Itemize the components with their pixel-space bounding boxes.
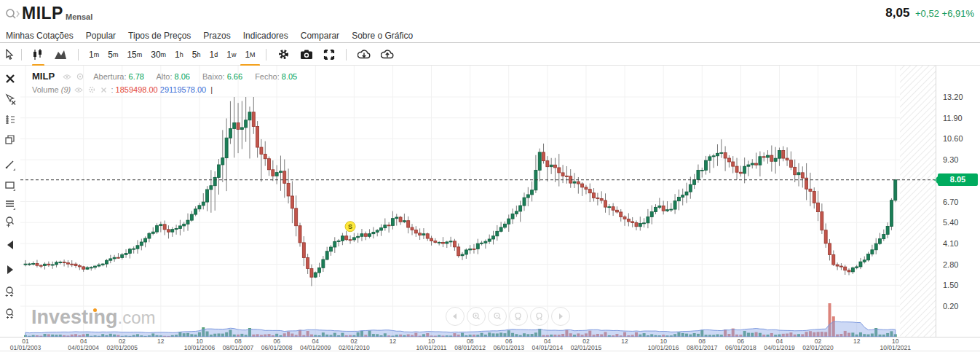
price-axis-border: [936, 66, 936, 351]
current-price-badge: 8.05: [938, 173, 978, 186]
volume-ma-value: 29119578.00: [160, 85, 206, 94]
shape-tool-icon[interactable]: [4, 179, 17, 192]
series-settings-icon[interactable]: [76, 73, 84, 82]
time-tick-label: 0808/01/2017: [687, 338, 718, 351]
volume-value: 1859498.00: [116, 85, 158, 94]
time-tick-label: 0202/01/2010: [339, 338, 370, 351]
price-tick-label: 6.70: [943, 198, 958, 206]
drawing-tool-rail: [0, 66, 20, 337]
menu-item-prazos[interactable]: Prazos: [203, 31, 230, 41]
zoom-plus-icon[interactable]: [4, 308, 17, 320]
time-tick-label: 0606/01/2008: [261, 338, 293, 351]
zoom-range-icon[interactable]: [4, 286, 17, 298]
pan-right-icon[interactable]: [4, 264, 17, 276]
chart-nav-buttons: [446, 307, 572, 326]
remove-indicator-icon[interactable]: [100, 86, 107, 95]
time-tick-label: 12: [157, 338, 164, 345]
nav-pan-left-button[interactable]: [446, 307, 465, 326]
price-axis[interactable]: 13.2011.9010.609.306.705.404.102.801.500…: [936, 66, 980, 337]
eye-icon[interactable]: [63, 73, 71, 82]
timeframe-button-1w[interactable]: 1w: [222, 46, 240, 63]
time-tick-label: 0808/01/2012: [454, 338, 486, 351]
eye-icon[interactable]: [74, 86, 83, 95]
cloud-upload-icon[interactable]: [381, 46, 394, 63]
time-tick-label: 12: [621, 338, 628, 345]
nav-zoom-in-button[interactable]: [467, 307, 486, 326]
time-tick-label: 1010/01/2006: [184, 338, 216, 351]
time-tick-label: 0404/01/2004: [68, 338, 99, 351]
menu-item-indicadores[interactable]: Indicadores: [243, 31, 288, 41]
price-change: +0,52: [915, 8, 939, 19]
time-tick-label: 0606/01/2018: [725, 338, 756, 351]
clone-icon[interactable]: [4, 134, 17, 147]
timeframe-button-1h[interactable]: 1h: [170, 46, 188, 63]
delete-cursor-icon[interactable]: [4, 93, 17, 106]
chart-toolbar: 1m5m15m30m1h5h1d1w1M: [0, 44, 980, 66]
close-value: 8.05: [282, 72, 297, 81]
price-change-percent: +6,91%: [942, 8, 974, 19]
nav-zoom-plus-button[interactable]: [530, 307, 549, 326]
svg-text:S: S: [348, 223, 352, 230]
timeframe-button-1d[interactable]: 1d: [205, 46, 223, 63]
time-tick-label: 0606/01/2013: [493, 338, 524, 351]
measure-icon[interactable]: [4, 114, 17, 126]
time-tick-label: 0808/01/2007: [223, 338, 254, 351]
search-icon[interactable]: [5, 8, 20, 24]
fullscreen-icon[interactable]: [323, 46, 335, 63]
candles: [24, 97, 897, 286]
pan-left-icon[interactable]: [4, 239, 17, 251]
time-tick-label: 12: [853, 338, 860, 345]
time-axis[interactable]: 0101/01/20030404/01/20040202/01/20051210…: [0, 337, 980, 355]
menu-item-tipos-de-pre-os[interactable]: Tipos de Preços: [128, 31, 191, 41]
toolbar-separator: [346, 49, 347, 61]
close-icon[interactable]: [4, 73, 17, 85]
nav-pan-right-button[interactable]: [551, 307, 570, 326]
timeframe-button-1m[interactable]: 1m: [84, 46, 103, 63]
price-tick-label: 4.10: [943, 239, 958, 248]
symbol-title: MILP: [22, 4, 63, 23]
gridlines: [20, 66, 936, 337]
indicator-settings-icon[interactable]: [88, 86, 95, 95]
future-hatch-region: [900, 66, 936, 337]
timeframe-button-30m[interactable]: 30m: [146, 46, 170, 63]
timeframe-button-15m[interactable]: 15m: [122, 46, 146, 63]
chart-plot-area[interactable]: S MILP Abertura: 6.78 Alto: 8.06 Baixo: …: [20, 66, 936, 337]
timeframe-button-5m[interactable]: 5m: [103, 46, 122, 63]
high-pair: Alto: 8.06: [156, 72, 190, 81]
time-tick-label: 0404/01/2019: [764, 338, 795, 351]
cloud-download-icon[interactable]: [357, 46, 371, 63]
time-tick-label: 1010/01/2016: [648, 338, 679, 351]
area-chart-icon[interactable]: [54, 46, 67, 63]
volume-legend: Volume (9) : 1859498.00 29119578.00 |: [32, 85, 213, 95]
menu-item-popular[interactable]: Popular: [86, 31, 116, 41]
last-price: 8,05: [885, 6, 909, 20]
timeframe-button-5h[interactable]: 5h: [188, 46, 205, 63]
candlestick-chart: S: [20, 66, 936, 337]
toolbar-separator: [266, 49, 266, 61]
price-tick-label: 5.40: [943, 218, 958, 227]
investing-watermark: Investıng.com: [31, 306, 156, 329]
nav-zoom-out-button[interactable]: [488, 307, 507, 326]
cursor-tool-icon[interactable]: [4, 46, 15, 63]
line-tool-icon[interactable]: [4, 159, 17, 171]
menu-item-minhas-cota-es[interactable]: Minhas Cotações: [6, 31, 74, 41]
time-tick-label: 0404/01/2009: [300, 338, 331, 351]
price-tick-label: 2.80: [943, 260, 958, 269]
toolbar-separator: [78, 49, 79, 61]
nav-zoom-range-button[interactable]: [509, 307, 528, 326]
camera-icon[interactable]: [300, 46, 313, 63]
open-pair: Abertura: 6.78: [93, 72, 144, 81]
watermark-orange-dot: [93, 308, 97, 312]
settings-gear-icon[interactable]: [277, 46, 290, 63]
settings-lines-icon[interactable]: [4, 198, 17, 211]
menu-item-comparar[interactable]: Comparar: [301, 31, 339, 41]
menu-item-sobre-o-gr-fico[interactable]: Sobre o Gráfico: [352, 31, 413, 41]
timeframe-button-1M[interactable]: 1M: [240, 46, 259, 63]
low-pair: Baixo: 6.66: [202, 72, 242, 81]
volume-sep: :: [111, 85, 113, 94]
time-tick-label: 1010/01/2011: [416, 338, 447, 351]
timeframe-label: Mensal: [66, 12, 92, 21]
candlestick-chart-icon[interactable]: [32, 46, 44, 63]
time-tick-label: 0202/01/2005: [106, 338, 138, 351]
zoom-in-icon[interactable]: [4, 216, 17, 228]
